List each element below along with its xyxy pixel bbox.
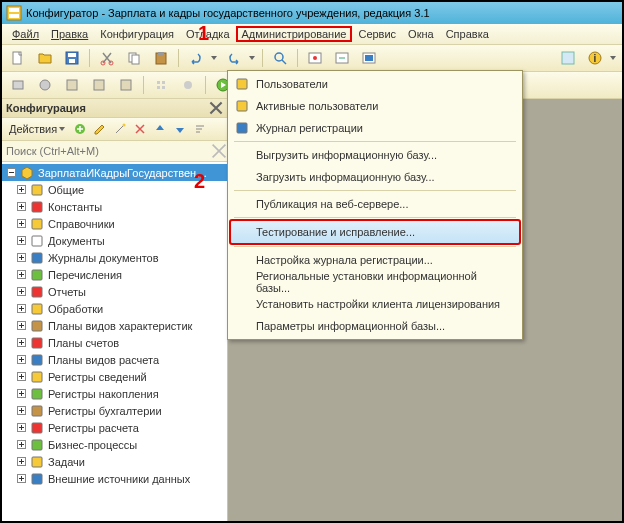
menu-config[interactable]: Конфигурация <box>94 26 180 42</box>
expand-icon[interactable] <box>16 252 27 263</box>
menu-item[interactable]: Тестирование и исправление... <box>230 220 520 244</box>
separator <box>234 141 516 142</box>
redo-button[interactable] <box>222 46 246 70</box>
tool-right1[interactable] <box>556 46 580 70</box>
expand-icon[interactable] <box>16 235 27 246</box>
svg-rect-24 <box>67 80 77 90</box>
menu-file[interactable]: Файл <box>6 26 45 42</box>
info-dropdown[interactable] <box>610 56 618 60</box>
undo-button[interactable] <box>184 46 208 70</box>
tree-item[interactable]: Задачи <box>2 453 227 470</box>
tree-item[interactable]: Обработки <box>2 300 227 317</box>
tree-item[interactable]: Внешние источники данных <box>2 470 227 487</box>
dbg-5[interactable] <box>114 73 138 97</box>
dbg-4[interactable] <box>87 73 111 97</box>
tree-item[interactable]: Планы видов характеристик <box>2 317 227 334</box>
expand-icon[interactable] <box>16 184 27 195</box>
menu-item[interactable]: Выгрузить информационную базу... <box>230 144 520 166</box>
menu-item-label: Журнал регистрации <box>256 122 363 134</box>
bp-icon <box>29 437 45 453</box>
menu-windows[interactable]: Окна <box>402 26 440 42</box>
edit-icon[interactable] <box>91 120 109 138</box>
expand-icon[interactable] <box>16 286 27 297</box>
svg-rect-6 <box>69 59 75 63</box>
svg-rect-61 <box>32 423 42 433</box>
redo-dropdown[interactable] <box>249 56 257 60</box>
dbg-1[interactable] <box>6 73 30 97</box>
save-button[interactable] <box>60 46 84 70</box>
menu-item[interactable]: Активные пользователи <box>230 95 520 117</box>
delete-icon[interactable] <box>131 120 149 138</box>
tree-item[interactable]: Планы счетов <box>2 334 227 351</box>
info-button[interactable]: i <box>583 46 607 70</box>
tree-item[interactable]: Регистры бухгалтерии <box>2 402 227 419</box>
new-button[interactable] <box>6 46 30 70</box>
search-input[interactable] <box>2 143 211 159</box>
tree-item[interactable]: Справочники <box>2 215 227 232</box>
paste-button[interactable] <box>149 46 173 70</box>
cut-button[interactable] <box>95 46 119 70</box>
dbg-7[interactable] <box>176 73 200 97</box>
search-clear-icon[interactable] <box>211 143 227 159</box>
wand-icon[interactable] <box>111 120 129 138</box>
find-button[interactable] <box>268 46 292 70</box>
tree-item[interactable]: Регистры расчета <box>2 419 227 436</box>
tree-item[interactable]: Перечисления <box>2 266 227 283</box>
expand-icon[interactable] <box>16 422 27 433</box>
expand-icon[interactable] <box>16 473 27 484</box>
menu-item[interactable]: Пользователи <box>230 73 520 95</box>
menu-item[interactable]: Параметры информационной базы... <box>230 315 520 337</box>
expand-icon[interactable] <box>16 405 27 416</box>
asterisk-icon <box>29 199 45 215</box>
menu-item[interactable]: Журнал регистрации <box>230 117 520 139</box>
marker-2: 2 <box>194 170 205 193</box>
expand-icon[interactable] <box>16 269 27 280</box>
expand-icon[interactable] <box>16 337 27 348</box>
menu-edit[interactable]: Правка <box>45 26 94 42</box>
actions-dropdown[interactable]: Действия <box>5 121 69 137</box>
open-button[interactable] <box>33 46 57 70</box>
expand-icon[interactable] <box>16 439 27 450</box>
tree-item[interactable]: Отчеты <box>2 283 227 300</box>
panel-close-icon[interactable] <box>209 101 223 115</box>
dbg-2[interactable] <box>33 73 57 97</box>
menu-service[interactable]: Сервис <box>352 26 402 42</box>
sort-icon[interactable] <box>191 120 209 138</box>
expand-icon[interactable] <box>16 303 27 314</box>
expand-icon[interactable] <box>16 201 27 212</box>
down-icon[interactable] <box>171 120 189 138</box>
dbg-3[interactable] <box>60 73 84 97</box>
expand-icon[interactable] <box>16 388 27 399</box>
action1-button[interactable] <box>303 46 327 70</box>
up-icon[interactable] <box>151 120 169 138</box>
menu-item-label: Пользователи <box>256 78 328 90</box>
action3-button[interactable] <box>357 46 381 70</box>
menu-item[interactable]: Региональные установки информационной ба… <box>230 271 520 293</box>
tree-item[interactable]: Регистры сведений <box>2 368 227 385</box>
tree-item[interactable]: Планы видов расчета <box>2 351 227 368</box>
expand-icon[interactable] <box>16 371 27 382</box>
expand-icon[interactable] <box>16 354 27 365</box>
menu-item[interactable]: Загрузить информационную базу... <box>230 166 520 188</box>
tree-item[interactable]: Документы <box>2 232 227 249</box>
copy-button[interactable] <box>122 46 146 70</box>
expand-icon[interactable] <box>16 218 27 229</box>
expand-icon[interactable] <box>16 320 27 331</box>
tree-item[interactable]: Регистры накопления <box>2 385 227 402</box>
tree-item[interactable]: Бизнес-процессы <box>2 436 227 453</box>
menu-item[interactable]: Настройка журнала регистрации... <box>230 249 520 271</box>
undo-dropdown[interactable] <box>211 56 219 60</box>
tree-item[interactable]: Константы <box>2 198 227 215</box>
action2-button[interactable] <box>330 46 354 70</box>
menu-item[interactable]: Установить настройки клиента лицензирова… <box>230 293 520 315</box>
tree-item[interactable]: Журналы документов <box>2 249 227 266</box>
dbg-6[interactable] <box>149 73 173 97</box>
tree-item-label: Регистры накопления <box>48 388 159 400</box>
menu-item[interactable]: Публикация на веб-сервере... <box>230 193 520 215</box>
collapse-icon[interactable] <box>6 167 17 178</box>
tree-item-label: Внешние источники данных <box>48 473 190 485</box>
menu-admin[interactable]: Администрирование <box>236 26 353 42</box>
menu-help[interactable]: Справка <box>440 26 495 42</box>
add-icon[interactable] <box>71 120 89 138</box>
expand-icon[interactable] <box>16 456 27 467</box>
